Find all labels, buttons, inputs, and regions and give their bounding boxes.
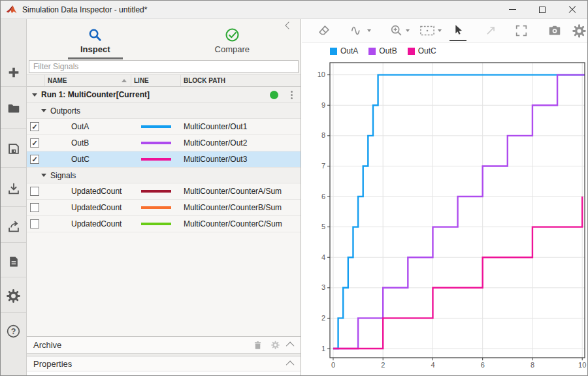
help-icon: ? xyxy=(6,324,21,339)
table-header[interactable]: NAME LINE BLOCK PATH xyxy=(27,74,301,87)
collapse-panel-button[interactable] xyxy=(286,23,295,32)
signal-checkbox[interactable]: ✓ xyxy=(30,138,39,148)
maximize-button[interactable] xyxy=(527,1,557,18)
pointer-tool-button[interactable] xyxy=(448,22,468,40)
properties-bar[interactable]: Properties xyxy=(27,356,301,371)
signal-row-outb[interactable]: ✓OutBMultiCounter/Out2 xyxy=(27,135,301,151)
close-button[interactable] xyxy=(557,1,587,18)
group-label: Signals xyxy=(50,171,76,180)
fullscreen-icon xyxy=(514,24,529,38)
plot-settings-button[interactable] xyxy=(569,22,588,40)
fit-view-icon xyxy=(419,24,436,38)
svg-text:3: 3 xyxy=(321,283,325,291)
signal-name: OutA xyxy=(45,119,131,134)
signal-checkbox[interactable] xyxy=(30,219,39,228)
archive-bar[interactable]: Archive xyxy=(27,336,301,353)
signal-wave-button[interactable] xyxy=(347,22,374,40)
signal-checkbox[interactable]: ✓ xyxy=(30,155,39,164)
svg-text:8: 8 xyxy=(321,131,325,139)
snapshot-button[interactable] xyxy=(544,22,565,40)
legend-label: OutC xyxy=(418,46,436,55)
signal-row-outc[interactable]: ✓OutCMultiCounter/Out3 xyxy=(27,151,301,168)
block-path: MultiCounter/CounterC/Sum xyxy=(181,216,301,232)
tab-compare-label: Compare xyxy=(215,44,250,54)
filter-signals-input[interactable] xyxy=(29,60,299,73)
line-color-swatch[interactable] xyxy=(141,223,171,225)
group-row-outports[interactable]: Outports xyxy=(27,103,301,119)
header-block-path-column[interactable]: BLOCK PATH xyxy=(181,75,301,86)
expand-button[interactable] xyxy=(481,22,500,40)
report-icon xyxy=(7,255,20,269)
signal-row-updatedcount[interactable]: UpdatedCountMultiCounter/CounterA/Sum xyxy=(27,183,301,200)
save-button[interactable] xyxy=(1,136,26,162)
signal-row-outa[interactable]: ✓OutAMultiCounter/Out1 xyxy=(27,119,301,135)
tab-inspect-label: Inspect xyxy=(80,44,110,54)
line-color-swatch[interactable] xyxy=(141,190,171,193)
gear-icon[interactable] xyxy=(270,340,280,350)
header-block-path-label: BLOCK PATH xyxy=(184,77,225,84)
run-options-kebab-icon[interactable] xyxy=(291,91,293,99)
svg-text:10: 10 xyxy=(578,361,586,369)
help-button[interactable]: ? xyxy=(1,318,26,344)
signal-row-updatedcount[interactable]: UpdatedCountMultiCounter/CounterC/Sum xyxy=(27,216,301,232)
preferences-button[interactable] xyxy=(1,283,26,309)
svg-text:2: 2 xyxy=(321,314,325,322)
line-color-swatch[interactable] xyxy=(141,142,171,144)
line-color-swatch[interactable] xyxy=(141,158,171,161)
eraser-icon xyxy=(317,24,331,38)
open-button[interactable] xyxy=(1,95,26,121)
signal-checkbox[interactable]: ✓ xyxy=(30,122,39,131)
chevron-left-icon xyxy=(285,22,292,29)
chevron-down-icon xyxy=(367,29,371,32)
tab-compare[interactable]: Compare xyxy=(164,19,301,59)
svg-text:1: 1 xyxy=(321,345,325,352)
svg-text:4: 4 xyxy=(321,253,325,261)
block-path: MultiCounter/Out1 xyxy=(181,119,301,134)
eraser-button[interactable] xyxy=(314,22,334,40)
signal-checkbox[interactable] xyxy=(30,187,39,196)
header-name-column[interactable]: NAME xyxy=(45,75,131,86)
title-bar: Simulation Data Inspector - untitled* xyxy=(1,1,587,19)
legend-item-outb: OutB xyxy=(368,46,397,55)
chevron-up-icon[interactable] xyxy=(286,342,295,351)
signal-name: UpdatedCount xyxy=(45,216,131,232)
signal-wave-icon xyxy=(350,24,365,38)
legend-swatch xyxy=(408,48,415,55)
new-button[interactable] xyxy=(1,59,26,86)
header-checkbox-column xyxy=(27,75,45,86)
expand-icon xyxy=(483,24,498,38)
legend-swatch xyxy=(368,48,376,55)
trash-icon[interactable] xyxy=(253,340,263,351)
caret-down-icon[interactable] xyxy=(32,93,37,97)
line-color-swatch[interactable] xyxy=(141,125,171,128)
minimize-icon xyxy=(509,9,516,10)
caret-down-icon[interactable] xyxy=(41,174,46,177)
line-color-swatch[interactable] xyxy=(141,206,171,209)
active-tab-underline xyxy=(68,57,123,59)
fit-view-button[interactable] xyxy=(416,22,444,40)
report-button[interactable] xyxy=(1,249,26,275)
group-row-signals[interactable]: Signals xyxy=(27,168,301,183)
table-empty-area xyxy=(27,232,301,336)
simulation-data-inspector-window: Simulation Data Inspector - untitled* xyxy=(0,0,588,376)
signal-name: UpdatedCount xyxy=(45,183,131,199)
minimize-button[interactable] xyxy=(497,1,527,18)
fullscreen-button[interactable] xyxy=(512,22,531,40)
signal-row-updatedcount[interactable]: UpdatedCountMultiCounter/CounterB/Sum xyxy=(27,200,301,216)
signal-browser-panel: Inspect Compare NAME xyxy=(27,19,301,375)
legend-swatch xyxy=(330,48,337,55)
import-button[interactable] xyxy=(1,176,26,202)
chevron-up-icon[interactable] xyxy=(286,360,295,369)
export-button[interactable] xyxy=(1,213,26,240)
plot-area[interactable]: 024681012345678910 xyxy=(302,62,588,376)
svg-text:7: 7 xyxy=(321,162,325,170)
zoom-in-button[interactable] xyxy=(387,22,412,40)
signal-checkbox[interactable] xyxy=(30,203,39,212)
save-icon xyxy=(7,142,21,156)
run-row[interactable]: Run 1: MultiCounter[Current] xyxy=(27,87,301,103)
chevron-down-icon xyxy=(406,29,410,32)
svg-text:9: 9 xyxy=(321,101,325,109)
caret-down-icon[interactable] xyxy=(41,109,46,112)
header-line-column[interactable]: LINE xyxy=(131,75,181,86)
tab-inspect[interactable]: Inspect xyxy=(27,19,164,59)
